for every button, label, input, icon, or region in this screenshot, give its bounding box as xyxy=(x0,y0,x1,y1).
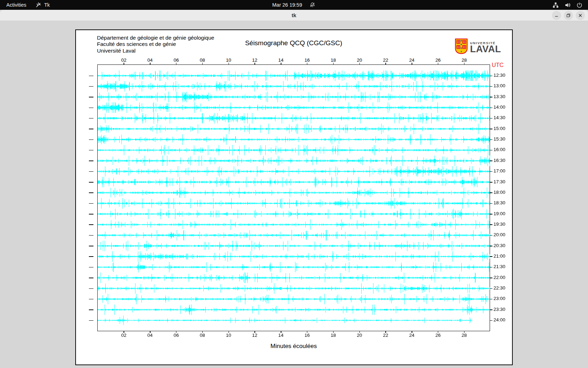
plot-area: UTC 020204040606080810101212141416161818… xyxy=(97,64,490,331)
utc-time-label: 17:00 xyxy=(493,168,505,173)
utc-time-label: 18:30 xyxy=(493,200,505,205)
gnome-top-bar: Activities Tk Mar 26 19:59 xyxy=(0,0,588,10)
y-tick-right xyxy=(490,235,492,236)
power-icon xyxy=(576,2,582,8)
y-tick-right xyxy=(490,278,492,278)
trace-start-tick xyxy=(89,171,93,172)
header-line-3: Université Laval xyxy=(97,48,214,54)
x-tick-top xyxy=(359,63,360,65)
x-tick-label-top: 20 xyxy=(354,57,365,63)
minimize-button[interactable] xyxy=(552,11,561,20)
utc-time-label: 20:30 xyxy=(493,243,505,248)
x-tick-top xyxy=(124,63,124,65)
close-button[interactable] xyxy=(576,11,585,20)
y-tick-right xyxy=(490,203,492,204)
clock-label: Mar 26 19:59 xyxy=(272,2,302,8)
x-tick-label-bottom: 04 xyxy=(145,333,155,338)
utc-axis-label: UTC xyxy=(492,62,504,68)
x-axis-title: Minutes écoulées xyxy=(97,343,490,350)
window-titlebar[interactable]: tk xyxy=(0,10,588,21)
x-tick-label-top: 02 xyxy=(119,57,129,63)
x-tick-label-top: 26 xyxy=(433,57,443,63)
restore-button[interactable] xyxy=(564,11,573,20)
trace-start-tick xyxy=(89,203,93,204)
x-tick-label-top: 14 xyxy=(276,57,286,63)
utc-time-label: 21:00 xyxy=(493,253,505,259)
utc-time-label: 20:00 xyxy=(493,232,505,237)
x-tick-label-bottom: 14 xyxy=(276,333,286,338)
x-tick-top xyxy=(150,63,150,65)
x-tick-label-bottom: 10 xyxy=(223,333,234,338)
x-tick-label-top: 18 xyxy=(328,57,338,63)
trace-start-tick xyxy=(89,150,93,151)
x-tick-label-bottom: 08 xyxy=(197,333,208,338)
x-tick-top xyxy=(176,63,177,65)
universite-laval-logo: UNIVERSITÉ LAVAL xyxy=(455,39,501,55)
x-tick-label-bottom: 22 xyxy=(380,333,391,338)
x-tick-label-bottom: 16 xyxy=(302,333,312,338)
x-tick-label-top: 08 xyxy=(197,57,208,63)
focused-app-indicator[interactable]: Tk xyxy=(35,2,50,8)
figure-title: Séismographe QCQ (CGC/GSC) xyxy=(97,39,490,47)
x-tick-label-top: 22 xyxy=(380,57,391,63)
y-tick-right xyxy=(490,182,492,183)
x-tick-top xyxy=(307,63,308,65)
y-tick-right xyxy=(490,129,492,129)
x-tick-label-bottom: 24 xyxy=(407,333,417,338)
trace-start-tick xyxy=(89,299,93,300)
utc-time-label: 13:30 xyxy=(493,94,505,99)
y-tick-right xyxy=(490,76,492,76)
x-tick-top xyxy=(438,63,439,65)
x-tick-top xyxy=(202,63,203,65)
utc-time-label: 16:30 xyxy=(493,158,505,163)
utc-time-label: 17:30 xyxy=(493,179,505,184)
trace-start-tick xyxy=(89,139,93,140)
x-tick-label-top: 04 xyxy=(145,57,155,63)
trace-start-tick xyxy=(89,235,93,236)
x-tick-label-bottom: 20 xyxy=(354,333,365,338)
y-tick-right xyxy=(490,108,492,108)
x-tick-label-top: 24 xyxy=(407,57,417,63)
laval-shield-icon xyxy=(455,39,468,55)
x-tick-top xyxy=(385,63,386,65)
x-tick-label-top: 06 xyxy=(171,57,181,63)
y-tick-right xyxy=(490,171,492,172)
utc-time-label: 15:00 xyxy=(493,126,505,131)
clock-menu[interactable]: Mar 26 19:59 xyxy=(272,2,316,8)
wired-network-icon xyxy=(553,2,559,8)
x-tick-label-bottom: 12 xyxy=(250,333,260,338)
y-tick-right xyxy=(490,192,492,193)
utc-time-label: 14:00 xyxy=(493,104,505,110)
screen: Activities Tk Mar 26 19:59 xyxy=(0,0,588,368)
y-tick-right xyxy=(490,161,492,161)
trace-start-tick xyxy=(89,182,93,183)
x-tick-label-top: 28 xyxy=(459,57,469,63)
volume-icon xyxy=(565,2,570,8)
utc-time-label: 21:30 xyxy=(493,264,505,269)
utc-time-label: 12:30 xyxy=(493,73,505,78)
trace-start-tick xyxy=(89,86,93,87)
y-tick-right xyxy=(490,288,492,289)
trace-start-tick xyxy=(89,97,93,97)
window-title: tk xyxy=(0,10,588,21)
trace-start-tick xyxy=(89,214,93,214)
y-tick-right xyxy=(490,246,492,246)
utc-time-label: 14:30 xyxy=(493,115,505,120)
y-tick-right xyxy=(490,139,492,140)
x-tick-label-top: 16 xyxy=(302,57,312,63)
x-tick-label-top: 12 xyxy=(250,57,260,63)
trace-start-tick xyxy=(89,320,93,321)
trace-start-tick xyxy=(89,108,93,108)
notifications-disabled-icon xyxy=(310,2,316,8)
desktop: Département de géologie et de génie géol… xyxy=(0,21,588,368)
system-status-area[interactable] xyxy=(553,2,582,8)
x-tick-top xyxy=(412,63,412,65)
y-tick-right xyxy=(490,224,492,225)
trace-start-tick xyxy=(89,267,93,268)
app-name-label: Tk xyxy=(44,2,50,8)
activities-button[interactable]: Activities xyxy=(6,2,26,8)
utc-time-label: 19:30 xyxy=(493,222,505,227)
utc-time-label: 18:00 xyxy=(493,190,505,195)
x-tick-top xyxy=(229,63,229,65)
trace-start-tick xyxy=(89,256,93,257)
